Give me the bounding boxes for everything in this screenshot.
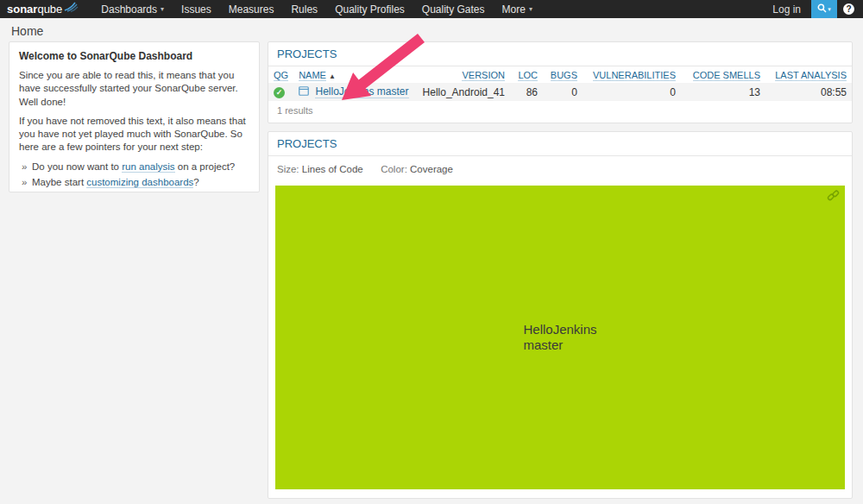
- navbar-menu: Dashboards▾ Issues Measures Rules Qualit…: [92, 0, 541, 18]
- nav-item-dashboards[interactable]: Dashboards▾: [92, 0, 173, 18]
- login-link[interactable]: Log in: [762, 3, 811, 16]
- color-metric: Coverage: [410, 164, 453, 174]
- welcome-pointer-list: Do you now want to run analysis on a pro…: [19, 161, 249, 192]
- nav-item-label: Quality Gates: [422, 3, 485, 16]
- column-header-name[interactable]: NAME▲: [293, 66, 417, 83]
- list-item: Maybe start customizing dashboards?: [19, 176, 249, 189]
- column-header-last-analysis[interactable]: LAST ANALYSIS: [765, 66, 852, 83]
- projects-treemap-widget: PROJECTS Size: Lines of Code Color: Cove…: [268, 131, 853, 499]
- last-analysis-cell: 08:55: [765, 83, 852, 101]
- table-header-row: QG NAME▲ VERSION LOC BUGS VULNERABILITIE…: [268, 66, 852, 83]
- nav-item-label: More: [502, 3, 526, 16]
- treemap-legend: Size: Lines of Code Color: Coverage: [268, 156, 852, 181]
- run-analysis-link[interactable]: run analysis: [122, 161, 174, 173]
- nav-item-rules[interactable]: Rules: [282, 0, 326, 18]
- code-smells-cell: 13: [681, 83, 765, 101]
- projects-table-widget: PROJECTS QG NAME▲ VERSION LOC BUGS VULNE…: [268, 41, 853, 123]
- chevron-down-icon: ▾: [828, 6, 831, 13]
- bullet-text: ?: [193, 177, 198, 187]
- results-count: 1 results: [268, 101, 852, 120]
- welcome-widget: Welcome to SonarQube Dashboard Since you…: [9, 41, 260, 192]
- treemap-cell-label: HelloJenkins master: [523, 322, 596, 354]
- nav-item-label: Quality Profiles: [335, 3, 405, 16]
- logo-text-bold: sonar: [7, 3, 37, 16]
- treemap-label-line2: master: [523, 337, 596, 353]
- column-header-version[interactable]: VERSION: [418, 66, 510, 83]
- bullet-text: on a project?: [175, 161, 236, 172]
- welcome-paragraph-2: If you have not removed this text, it al…: [19, 115, 249, 154]
- nav-item-more[interactable]: More▾: [494, 0, 541, 18]
- column-header-qg[interactable]: QG: [268, 66, 293, 83]
- link-icon[interactable]: [827, 189, 840, 205]
- treemap-cell[interactable]: HelloJenkins master: [275, 186, 845, 489]
- nav-item-issues[interactable]: Issues: [173, 0, 220, 18]
- quality-gate-passed-icon: ✓: [274, 87, 285, 98]
- help-icon[interactable]: ?: [843, 3, 854, 15]
- project-qualifier-icon: [299, 86, 312, 98]
- welcome-title: Welcome to SonarQube Dashboard: [19, 50, 249, 62]
- page-title: Home: [11, 24, 43, 38]
- search-button[interactable]: ▾: [811, 0, 837, 18]
- navbar-right: Log in ▾ ?: [762, 0, 863, 18]
- nav-item-quality-profiles[interactable]: Quality Profiles: [326, 0, 413, 18]
- qg-status-cell: ✓: [268, 83, 293, 101]
- loc-cell: 86: [510, 83, 543, 101]
- projects-widget-title: PROJECTS: [268, 42, 852, 66]
- bullet-text: Do you now want to: [32, 161, 122, 172]
- project-name-cell: HelloJenkins master: [293, 83, 417, 101]
- nav-item-label: Dashboards: [101, 3, 157, 16]
- size-label: Size:: [277, 164, 299, 174]
- welcome-paragraph-1: Since you are able to read this, it mean…: [19, 69, 249, 109]
- table-row: ✓ HelloJenkins master Hello_Android_41 8…: [268, 83, 852, 101]
- project-link[interactable]: HelloJenkins master: [315, 85, 408, 98]
- logo-swoosh-icon: [64, 1, 79, 15]
- logo-text-light: qube: [37, 3, 62, 16]
- vulnerabilities-cell: 0: [583, 83, 681, 101]
- bugs-cell: 0: [543, 83, 583, 101]
- treemap-widget-title: PROJECTS: [268, 132, 852, 156]
- customizing-dashboards-link[interactable]: customizing dashboards: [86, 177, 193, 188]
- treemap-label-line1: HelloJenkins: [523, 322, 596, 337]
- chevron-down-icon: ▾: [529, 5, 532, 13]
- column-header-vulnerabilities[interactable]: VULNERABILITIES: [583, 66, 681, 83]
- nav-item-label: Issues: [181, 3, 211, 16]
- nav-item-measures[interactable]: Measures: [220, 0, 283, 18]
- size-metric: Lines of Code: [302, 164, 363, 174]
- nav-item-label: Rules: [291, 3, 318, 16]
- column-header-code-smells[interactable]: CODE SMELLS: [681, 66, 765, 83]
- column-header-bugs[interactable]: BUGS: [543, 66, 583, 83]
- color-label: Color:: [381, 164, 407, 174]
- column-header-loc[interactable]: LOC: [510, 66, 543, 83]
- top-navbar: sonarqube Dashboards▾ Issues Measures Ru…: [0, 0, 863, 18]
- list-item: Do you now want to run analysis on a pro…: [19, 161, 249, 173]
- list-item: Or simply browse the complete documentat…: [19, 192, 249, 192]
- sonarqube-logo[interactable]: sonarqube: [7, 3, 79, 16]
- search-icon: [817, 3, 827, 16]
- nav-item-quality-gates[interactable]: Quality Gates: [413, 0, 494, 18]
- version-cell: Hello_Android_41: [418, 83, 510, 101]
- chevron-down-icon: ▾: [161, 5, 164, 13]
- sort-asc-icon: ▲: [329, 72, 336, 80]
- projects-table: QG NAME▲ VERSION LOC BUGS VULNERABILITIE…: [268, 66, 852, 101]
- nav-item-label: Measures: [229, 3, 274, 16]
- bullet-text: Maybe start: [32, 177, 86, 187]
